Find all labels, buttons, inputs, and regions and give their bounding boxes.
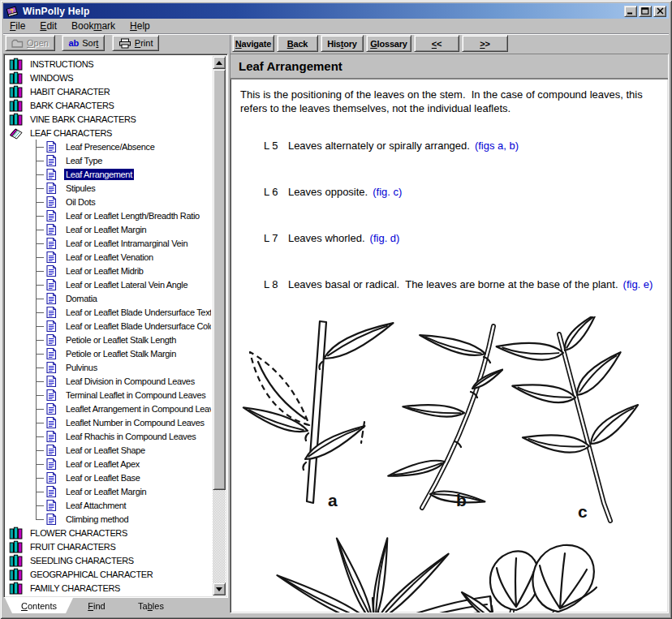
menu-edit[interactable]: Edit <box>33 19 63 32</box>
tree-item-label: Leaf or Leaflet Margin <box>64 224 148 235</box>
minimize-button[interactable] <box>624 6 637 17</box>
tree-item[interactable]: Leaf Attachment <box>7 498 211 512</box>
back-button[interactable]: Back <box>277 35 318 52</box>
tree-connector <box>32 388 45 402</box>
tree-item[interactable]: Leaf Arrangement <box>7 167 211 181</box>
previous-topic-button[interactable]: << <box>414 35 459 52</box>
print-button[interactable]: Print <box>112 35 160 51</box>
tree-item-label: Leaflet Number in Compound Leaves <box>64 417 206 428</box>
tree-item-icon <box>9 540 24 553</box>
tree-item-label: Leaf or Leaflet Intramarginal Vein <box>64 238 189 249</box>
menu-bar: File Edit Bookmark Help <box>3 19 669 34</box>
tree-item[interactable]: Leaf or Leaflet Blade Undersurface Colou… <box>7 319 211 333</box>
title-bar[interactable]: ? WinPolly Help <box>3 3 669 19</box>
tree-scrollbar[interactable] <box>213 56 226 595</box>
tree-item[interactable]: FAMILY CHARACTERS <box>7 581 211 595</box>
tree-item[interactable]: Leaf Presence/Absence <box>7 140 211 153</box>
tree-item[interactable]: Leaf or Leaflet Intramarginal Vein <box>7 236 211 250</box>
tree-item[interactable]: Climbing method <box>7 512 211 526</box>
tree-item-icon <box>45 444 59 457</box>
tree-item[interactable]: BARK CHARACTERS <box>7 98 211 112</box>
tree-item[interactable]: SEEDLING CHARACTERS <box>7 553 211 567</box>
tree-item[interactable]: Leaf or Leaflet Blade Undersurface Textu… <box>7 305 211 319</box>
maximize-icon <box>641 7 649 15</box>
tree-item-label: Leaf or Leaflet Blade Undersurface Textu… <box>64 307 211 318</box>
tree-item-label: FAMILY CHARACTERS <box>28 582 122 594</box>
tree-item[interactable]: LEAF CHARACTERS <box>7 126 211 140</box>
app-help-book-icon: ? <box>6 5 19 18</box>
tree-item[interactable]: FRUIT CHARACTERS <box>7 539 211 553</box>
window-title: WinPolly Help <box>23 6 622 17</box>
tree-item[interactable]: Leaf or Leaflet Lateral Vein Angle <box>7 277 211 291</box>
tree-item[interactable]: Stipules <box>7 181 211 195</box>
tree-item[interactable]: Leaf or Leaflet Venation <box>7 250 211 264</box>
tab-contents[interactable]: Contents <box>5 598 73 613</box>
tree-item[interactable]: VINE BARK CHARACTERS <box>7 112 211 126</box>
close-button[interactable] <box>653 6 666 17</box>
tree-connector <box>32 264 45 277</box>
figure-e-drawing: e <box>458 535 640 613</box>
tree-item[interactable]: GEOGRAPHICAL CHARACTER <box>7 567 211 581</box>
tree-item[interactable]: Leaf or Leaflet Apex <box>7 457 211 471</box>
tree-item[interactable]: Leaf or Leaflet Midrib <box>7 264 211 277</box>
tree-item[interactable]: Leaflet Arrangement in Compound Leaves <box>7 402 211 415</box>
figure-b-label: b <box>456 491 467 509</box>
tree-item[interactable]: Leaflet Number in Compound Leaves <box>7 415 211 429</box>
history-button[interactable]: History <box>321 35 364 52</box>
figure-link[interactable]: (figs a, b) <box>475 140 519 152</box>
tab-find[interactable]: Find <box>67 598 126 613</box>
sidebar: INSTRUCTIONS WINDOWS HABIT CHARACTER BAR… <box>3 54 228 613</box>
tree-item[interactable]: Leaf Type <box>7 153 211 167</box>
tree-item-icon <box>9 127 24 140</box>
figure-link[interactable]: (fig. c) <box>373 186 402 198</box>
maximize-button[interactable] <box>639 6 652 17</box>
tree-connector <box>32 443 45 457</box>
figure-link[interactable]: (fig. d) <box>370 232 400 244</box>
menu-bookmark[interactable]: Bookmark <box>65 19 122 32</box>
tree-item[interactable]: Leaf or Leaflet Shape <box>7 443 211 457</box>
tree-item-label: Leaf Presence/Absence <box>64 141 156 153</box>
tree-item[interactable]: Petiole or Leaflet Stalk Length <box>7 333 211 346</box>
navigate-button[interactable]: Navigate <box>232 35 274 52</box>
tree-item-icon <box>45 278 59 291</box>
tree-item[interactable]: WINDOWS <box>7 71 211 84</box>
tree-item[interactable]: Leaf or Leaflet Length/Breadth Ratio <box>7 208 211 222</box>
tree-item[interactable]: Leaf Division in Compound Leaves <box>7 374 211 388</box>
figure-b-drawing: b <box>381 312 503 514</box>
character-code: L 6 <box>264 186 288 199</box>
tree-item-icon <box>45 320 59 333</box>
scroll-up-button[interactable] <box>213 56 226 69</box>
tree-item[interactable]: FLOWER CHARACTERS <box>7 526 211 539</box>
tree-item[interactable]: Oil Dots <box>7 195 211 208</box>
tree-item-label: Leaf or Leaflet Margin <box>64 486 148 497</box>
tree-item[interactable]: HABIT CHARACTER <box>7 84 211 98</box>
sort-button[interactable]: ab Sort <box>62 35 105 51</box>
tree-item[interactable]: Leaf or Leaflet Base <box>7 471 211 484</box>
tab-tables[interactable]: Tables <box>120 598 182 613</box>
next-topic-button[interactable]: >> <box>462 35 508 52</box>
scroll-down-button[interactable] <box>213 582 226 595</box>
menu-file[interactable]: File <box>3 19 32 32</box>
tree-connector <box>32 429 45 443</box>
figure-link[interactable]: (fig. e) <box>623 278 653 290</box>
menu-help[interactable]: Help <box>123 19 157 32</box>
tree-item[interactable]: Leaf or Leaflet Margin <box>7 484 211 498</box>
tree-connector <box>32 291 45 305</box>
tree-item[interactable]: Pulvinus <box>7 360 211 374</box>
tree-connector <box>32 360 45 374</box>
tree-item-icon <box>9 595 24 596</box>
glossary-button[interactable]: Glossary <box>366 35 411 52</box>
tree-item[interactable]: Leaf or Leaflet Margin <box>7 222 211 236</box>
tree-item[interactable]: Terminal Leaflet in Compound Leaves <box>7 388 211 402</box>
tree-connector <box>32 484 45 498</box>
tree-item[interactable]: GLOSSARY <box>7 595 211 595</box>
tree-item[interactable]: Leaf Rhachis in Compound Leaves <box>7 429 211 443</box>
open-button[interactable]: Open <box>5 35 55 51</box>
tree-item-icon <box>45 264 59 277</box>
tree-item-icon <box>45 430 59 443</box>
tree-item[interactable]: Petiole or Leaflet Stalk Margin <box>7 346 211 360</box>
tree-item[interactable]: Domatia <box>7 291 211 305</box>
scrollbar-thumb[interactable] <box>213 69 226 490</box>
tree-item-icon <box>9 58 24 71</box>
tree-item[interactable]: INSTRUCTIONS <box>7 57 211 71</box>
